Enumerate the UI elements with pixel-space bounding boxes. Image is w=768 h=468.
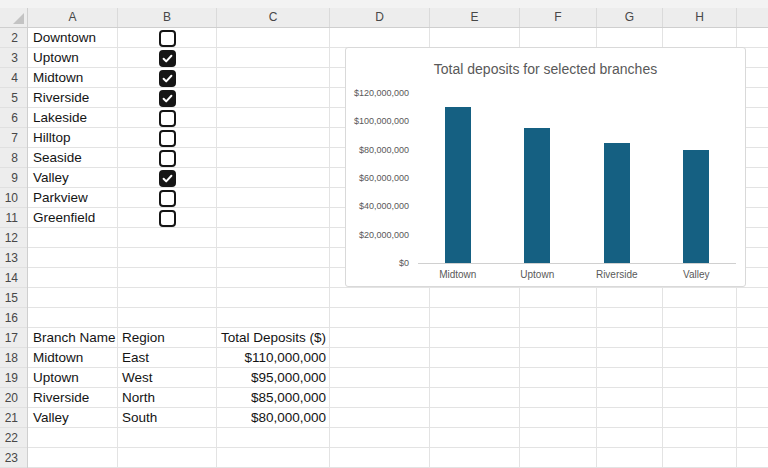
branch-label[interactable]: Riverside: [33, 88, 89, 108]
y-axis-tick-label: $100,000,000: [349, 116, 409, 126]
branch-checkbox[interactable]: [159, 90, 176, 107]
row-header-22[interactable]: 22: [0, 428, 27, 448]
table-cell-deposits[interactable]: $80,000,000: [221, 408, 326, 428]
row-header-11[interactable]: 11: [0, 208, 27, 228]
row-header-7[interactable]: 7: [0, 128, 27, 148]
bar-midtown[interactable]: [445, 107, 471, 263]
y-axis-tick-label: $80,000,000: [349, 145, 409, 155]
row-header-19[interactable]: 19: [0, 368, 27, 388]
row-header-5[interactable]: 5: [0, 88, 27, 108]
chart-title: Total deposits for selected branches: [346, 61, 745, 77]
table-cell-branch[interactable]: Riverside: [33, 388, 89, 408]
checkmark-icon: [161, 52, 174, 65]
checkmark-icon: [161, 172, 174, 185]
table-cell-branch[interactable]: Uptown: [33, 368, 79, 388]
row-header-4[interactable]: 4: [0, 68, 27, 88]
branch-checkbox[interactable]: [159, 50, 176, 67]
column-header-g[interactable]: G: [597, 8, 663, 27]
table-cell-region[interactable]: West: [122, 368, 153, 388]
branch-checkbox[interactable]: [159, 70, 176, 87]
table-cell-deposits[interactable]: $85,000,000: [221, 388, 326, 408]
branch-checkbox[interactable]: [159, 150, 176, 167]
column-header-c[interactable]: C: [217, 8, 330, 27]
row-header-band: 234567891011121314151617181920212223: [0, 28, 28, 468]
branch-label[interactable]: Midtown: [33, 68, 83, 88]
column-header-f[interactable]: F: [520, 8, 597, 27]
x-axis-category-label: Midtown: [418, 269, 498, 280]
row-header-8[interactable]: 8: [0, 148, 27, 168]
row-header-10[interactable]: 10: [0, 188, 27, 208]
vertical-gridline: [216, 28, 217, 468]
column-header-h[interactable]: H: [663, 8, 737, 27]
spreadsheet: ABCDEFGH 2345678910111213141516171819202…: [0, 0, 768, 468]
table-cell-deposits[interactable]: $95,000,000: [221, 368, 326, 388]
x-axis-category-label: Uptown: [497, 269, 577, 280]
row-header-6[interactable]: 6: [0, 108, 27, 128]
table-cell-branch[interactable]: Valley: [33, 408, 69, 428]
branch-label[interactable]: Uptown: [33, 48, 79, 68]
formula-bar-edge: [0, 0, 768, 8]
column-header-b[interactable]: B: [118, 8, 217, 27]
column-header-a[interactable]: A: [28, 8, 118, 27]
y-axis-tick-label: $0: [349, 258, 409, 268]
table-cell-deposits[interactable]: $110,000,000: [221, 348, 326, 368]
row-header-23[interactable]: 23: [0, 448, 27, 468]
table-cell-branch[interactable]: Midtown: [33, 348, 83, 368]
branch-label[interactable]: Lakeside: [33, 108, 87, 128]
branch-label[interactable]: Hilltop: [33, 128, 71, 148]
row-header-2[interactable]: 2: [0, 28, 27, 48]
table-header-deposits[interactable]: Total Deposits ($): [221, 328, 326, 348]
row-header-3[interactable]: 3: [0, 48, 27, 68]
branch-checkbox[interactable]: [159, 170, 176, 187]
branch-checkbox[interactable]: [159, 30, 176, 47]
select-all-triangle-icon: [13, 13, 24, 24]
checkmark-icon: [161, 92, 174, 105]
chart-x-axis-line: [418, 263, 736, 264]
row-header-20[interactable]: 20: [0, 388, 27, 408]
row-header-18[interactable]: 18: [0, 348, 27, 368]
table-header-region[interactable]: Region: [122, 328, 165, 348]
branch-label[interactable]: Seaside: [33, 148, 82, 168]
table-cell-region[interactable]: South: [122, 408, 157, 428]
y-axis-tick-label: $20,000,000: [349, 230, 409, 240]
x-axis-category-label: Valley: [656, 269, 736, 280]
vertical-gridline: [117, 28, 118, 468]
y-axis-tick-label: $40,000,000: [349, 201, 409, 211]
branch-checkbox[interactable]: [159, 110, 176, 127]
vertical-gridline: [329, 28, 330, 468]
branch-label[interactable]: Downtown: [33, 28, 96, 48]
row-header-16[interactable]: 16: [0, 308, 27, 328]
row-header-15[interactable]: 15: [0, 288, 27, 308]
select-all-corner[interactable]: [0, 8, 28, 27]
column-header-e[interactable]: E: [430, 8, 520, 27]
branch-checkbox[interactable]: [159, 190, 176, 207]
bar-uptown[interactable]: [524, 128, 550, 263]
column-header-band: ABCDEFGH: [0, 8, 768, 28]
branch-label[interactable]: Parkview: [33, 188, 88, 208]
branch-checkbox[interactable]: [159, 210, 176, 227]
row-header-14[interactable]: 14: [0, 268, 27, 288]
bar-riverside[interactable]: [604, 143, 630, 263]
checkmark-icon: [161, 72, 174, 85]
table-cell-region[interactable]: North: [122, 388, 155, 408]
bar-valley[interactable]: [683, 150, 709, 263]
row-header-17[interactable]: 17: [0, 328, 27, 348]
branch-label[interactable]: Greenfield: [33, 208, 95, 228]
deposits-bar-chart[interactable]: Total deposits for selected branches $12…: [345, 47, 746, 287]
row-header-21[interactable]: 21: [0, 408, 27, 428]
branch-label[interactable]: Valley: [33, 168, 69, 188]
row-header-13[interactable]: 13: [0, 248, 27, 268]
column-header-d[interactable]: D: [330, 8, 430, 27]
y-axis-tick-label: $60,000,000: [349, 173, 409, 183]
table-cell-region[interactable]: East: [122, 348, 149, 368]
table-header-branch[interactable]: Branch Name: [33, 328, 116, 348]
branch-checkbox[interactable]: [159, 130, 176, 147]
row-header-12[interactable]: 12: [0, 228, 27, 248]
row-header-9[interactable]: 9: [0, 168, 27, 188]
x-axis-category-label: Riverside: [577, 269, 657, 280]
y-axis-tick-label: $120,000,000: [349, 88, 409, 98]
